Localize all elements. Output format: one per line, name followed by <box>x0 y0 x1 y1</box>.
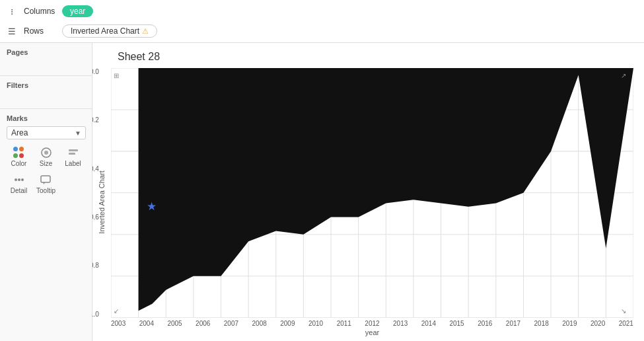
marks-dropdown-arrow: ▼ <box>75 130 81 137</box>
columns-row: ⫶ Columns year <box>5 3 639 20</box>
svg-point-4 <box>15 178 17 181</box>
marks-title: Marks <box>7 114 85 122</box>
x-tick-2021: 2021 <box>619 320 633 327</box>
columns-label: Columns <box>24 7 57 16</box>
svg-point-1 <box>44 151 48 155</box>
bottom-left-expand-icon: ↙ <box>114 307 119 315</box>
label-label: Label <box>65 160 81 167</box>
x-tick-2004: 2004 <box>139 320 154 327</box>
x-tick-2016: 2016 <box>478 320 492 327</box>
size-icon <box>40 147 52 159</box>
marks-label-item[interactable]: Label <box>61 145 85 169</box>
x-axis: 2003 2004 2005 2006 2007 2008 2009 2010 … <box>111 318 633 327</box>
marks-size-item[interactable]: Size <box>34 145 58 169</box>
x-tick-2012: 2012 <box>365 320 379 327</box>
x-tick-2007: 2007 <box>224 320 238 327</box>
x-tick-2006: 2006 <box>196 320 210 327</box>
chart-inner: ★ ⊞ ↗ ↙ ↘ 0.0 0.2 0.4 0.6 0.8 1. <box>111 68 633 336</box>
x-tick-2009: 2009 <box>280 320 295 327</box>
pages-section: Pages <box>0 43 92 76</box>
chart-area: Sheet 28 Inverted Area Chart <box>92 43 644 341</box>
y-axis-label: Inverted Area Chart <box>98 68 108 336</box>
filters-title: Filters <box>7 81 85 89</box>
x-tick-2010: 2010 <box>308 320 323 327</box>
size-label: Size <box>40 160 52 167</box>
tooltip-label: Tooltip <box>36 187 55 194</box>
tooltip-icon <box>40 174 52 186</box>
x-axis-title: year <box>111 328 633 336</box>
top-left-expand-icon: ⊞ <box>114 72 119 79</box>
marks-type-label: Area <box>11 128 28 137</box>
x-tick-2020: 2020 <box>590 320 605 327</box>
main-content: Pages Filters Marks Area ▼ <box>0 43 644 341</box>
svg-rect-2 <box>69 149 78 151</box>
x-tick-2018: 2018 <box>534 320 549 327</box>
sidebar: Pages Filters Marks Area ▼ <box>0 43 92 341</box>
x-tick-2005: 2005 <box>167 320 182 327</box>
svg-point-5 <box>18 178 20 181</box>
chart-svg-container: ★ ⊞ ↗ ↙ ↘ 0.0 0.2 0.4 0.6 0.8 1. <box>111 68 633 318</box>
x-tick-2015: 2015 <box>449 320 464 327</box>
x-tick-2017: 2017 <box>506 320 520 327</box>
svg-marker-8 <box>43 182 45 184</box>
marks-color-item[interactable]: Color <box>7 145 31 169</box>
svg-rect-7 <box>41 176 50 182</box>
detail-label: Detail <box>11 187 28 194</box>
x-tick-2003: 2003 <box>111 320 125 327</box>
rows-row: ☰ Rows Inverted Area Chart ⚠ <box>5 22 639 40</box>
chart-wrapper: Inverted Area Chart <box>98 68 633 336</box>
x-tick-2019: 2019 <box>562 320 577 327</box>
x-tick-2014: 2014 <box>421 320 436 327</box>
color-label: Color <box>11 160 27 167</box>
top-right-expand-icon: ↗ <box>621 72 626 79</box>
toolbar: ⫶ Columns year ☰ Rows Inverted Area Char… <box>0 0 644 43</box>
rows-pill[interactable]: Inverted Area Chart ⚠ <box>62 24 157 38</box>
marks-grid: Color Size Label <box>7 145 85 196</box>
x-tick-2008: 2008 <box>252 320 267 327</box>
chart-title: Sheet 28 <box>118 51 633 63</box>
detail-icon <box>13 174 25 186</box>
pages-title: Pages <box>7 48 85 56</box>
marks-section: Marks Area ▼ Color <box>0 109 92 341</box>
label-icon <box>67 147 79 159</box>
x-tick-2011: 2011 <box>337 320 351 327</box>
bottom-right-expand-icon: ↘ <box>621 307 626 315</box>
marks-type-dropdown[interactable]: Area ▼ <box>7 126 86 139</box>
chart-area-fill <box>111 68 633 311</box>
columns-pill[interactable]: year <box>62 5 93 17</box>
chart-svg: ★ ⊞ ↗ ↙ ↘ <box>111 68 633 318</box>
chart-star-icon: ★ <box>147 200 157 213</box>
svg-point-6 <box>21 178 24 181</box>
marks-tooltip-item[interactable]: Tooltip <box>34 172 58 196</box>
color-icon <box>13 147 25 159</box>
rows-label: Rows <box>24 26 57 36</box>
svg-rect-3 <box>69 153 75 155</box>
rows-pill-label: Inverted Area Chart <box>71 26 139 36</box>
filters-section: Filters <box>0 76 92 109</box>
x-tick-2013: 2013 <box>393 320 408 327</box>
marks-detail-item[interactable]: Detail <box>7 172 31 196</box>
columns-icon: ⫶ <box>5 7 18 17</box>
rows-icon: ☰ <box>5 26 18 36</box>
warning-icon: ⚠ <box>142 27 149 36</box>
